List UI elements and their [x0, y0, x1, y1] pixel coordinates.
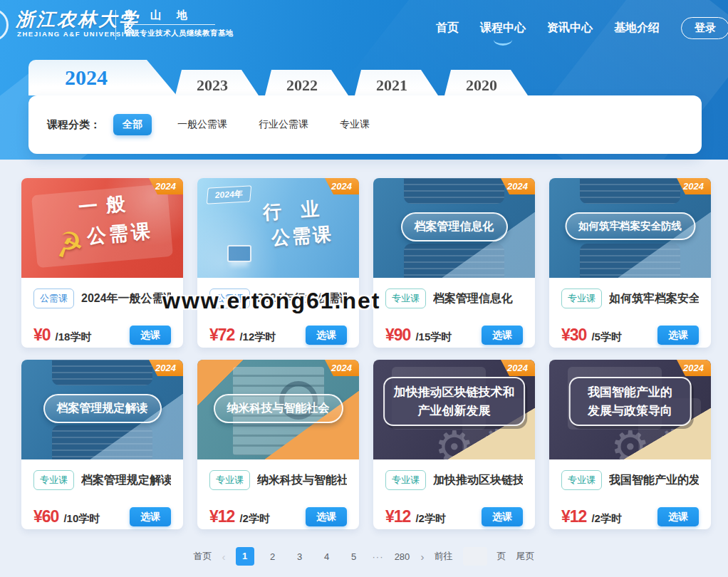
computer-icon [227, 245, 251, 262]
course-price: ¥30 [561, 326, 586, 345]
choose-course-button[interactable]: 选课 [657, 507, 699, 526]
choose-course-button[interactable]: 选课 [482, 326, 523, 345]
nav-item-news[interactable]: 资讯中心 [547, 21, 593, 36]
course-info: 专业课 纳米科技与智能社会 ¥12 /2学时 选课 [197, 459, 359, 526]
course-title: 我国智能产业的发… [609, 473, 699, 488]
filter-option-industry[interactable]: 行业公需课 [259, 118, 308, 131]
course-title: 档案管理信息化 [433, 291, 513, 306]
course-card[interactable]: 如何筑牢档案安全防线 2024 专业课 如何筑牢档案安全… ¥30 /5学时 选… [549, 178, 711, 348]
filter-option-general[interactable]: 一般公需课 [177, 118, 227, 131]
university-name-en: ZHEJIANG A&F UNIVERSITY [17, 30, 135, 38]
course-info: 专业课 档案管理信息化 ¥90 /15学时 选课 [373, 278, 535, 345]
course-card[interactable]: ⚙ ⚙ 加快推动区块链技术和 产业创新发展 2024 专业课 加快推动区块链技…… [373, 360, 535, 529]
choose-course-button[interactable]: 选课 [130, 507, 171, 526]
course-card[interactable]: 2024年 行 业 公需课 2024 公需课 2024年行业公需课 ¥72 /1… [197, 178, 359, 348]
category-tag: 公需课 [209, 288, 250, 308]
course-cover: ⚙ ⚙ 我国智能产业的 发展与政策导向 2024 [549, 360, 711, 459]
course-hours: /18学时 [56, 331, 92, 344]
course-hours: /10学时 [63, 512, 100, 526]
goto-page-input[interactable] [463, 547, 487, 566]
year-badge: 2024 [482, 360, 535, 376]
cover-title-line: 产业创新发展 [388, 402, 521, 420]
course-title: 加快推动区块链技… [433, 473, 523, 488]
prev-page-icon[interactable]: ‹ [222, 551, 226, 563]
nav-item-courses[interactable]: 课程中心 [480, 21, 526, 36]
page-number-4[interactable]: 4 [318, 551, 336, 562]
category-tag: 专业课 [561, 470, 602, 490]
cover-title-frame: 我国智能产业的 发展与政策导向 [568, 377, 692, 426]
course-price: ¥60 [33, 507, 58, 526]
cover-title-frame: 档案管理信息化 [401, 212, 508, 241]
category-tag: 专业课 [385, 470, 426, 490]
course-info: 公需课 2024年一般公需课 ¥0 /18学时 选课 [21, 278, 183, 345]
course-cover: 档案管理规定解读 2024 [21, 360, 183, 459]
course-cover: 如何筑牢档案安全防线 2024 [549, 178, 711, 278]
category-tag: 专业课 [33, 470, 74, 490]
main-nav: 首页 课程中心 资讯中心 基地介绍 登录 注册 [436, 17, 728, 39]
course-card[interactable]: 一般 公需课 ☭ 2024 公需课 2024年一般公需课 ¥0 /18学时 选课 [21, 178, 183, 348]
course-cover: 一般 公需课 ☭ 2024 [21, 178, 183, 278]
course-title: 档案管理规定解读 [81, 473, 171, 488]
goto-unit-label: 页 [497, 550, 506, 563]
course-price: ¥12 [209, 507, 234, 526]
university-seal-icon [0, 9, 9, 41]
course-info: 专业课 加快推动区块链技… ¥12 /2学时 选课 [373, 459, 535, 526]
nav-item-about[interactable]: 基地介绍 [614, 21, 660, 36]
cover-title-line: 发展与政策导向 [573, 402, 687, 420]
page-number-1[interactable]: 1 [236, 547, 254, 566]
cover-title-frame: 如何筑牢档案安全防线 [565, 212, 695, 240]
more-pages-icon[interactable]: ··· [373, 551, 384, 562]
cover-title-line: 行 业 [262, 196, 327, 225]
cover-title-line: 加快推动区块链技术和 [388, 383, 521, 402]
course-info: 公需课 2024年行业公需课 ¥72 /12学时 选课 [197, 278, 359, 345]
choose-course-button[interactable]: 选课 [306, 507, 347, 526]
nav-item-home[interactable]: 首页 [436, 21, 459, 36]
choose-course-button[interactable]: 选课 [657, 326, 699, 345]
course-card[interactable]: 纳米科技与智能社会 2024 专业课 纳米科技与智能社会 ¥12 /2学时 选课 [197, 360, 359, 529]
course-hours: /15学时 [415, 331, 452, 344]
base-name: 省级专业技术人员继续教育基地 [124, 28, 234, 38]
course-info: 专业课 我国智能产业的发… ¥12 /2学时 选课 [549, 459, 711, 526]
page-number-5[interactable]: 5 [345, 551, 363, 562]
cover-title-frame: 档案管理规定解读 [43, 394, 162, 423]
course-card[interactable]: ⚙ ⚙ 我国智能产业的 发展与政策导向 2024 专业课 我国智能产业的发… ¥… [549, 360, 711, 529]
pagination: 首页 ‹ 1 2 3 4 5 ··· 280 › 前往 页 尾页 [0, 547, 728, 566]
course-hours: /2学时 [591, 512, 622, 526]
course-hours: /2学时 [239, 512, 270, 526]
region-divider [124, 24, 215, 25]
course-price: ¥72 [209, 326, 234, 345]
page-number-2[interactable]: 2 [264, 551, 281, 562]
course-card[interactable]: 档案管理规定解读 2024 专业课 档案管理规定解读 ¥60 /10学时 选课 [21, 360, 183, 529]
year-badge: 2024 [306, 178, 359, 194]
choose-course-button[interactable]: 选课 [306, 326, 347, 345]
choose-course-button[interactable]: 选课 [130, 326, 171, 345]
course-price: ¥12 [385, 507, 410, 526]
course-card[interactable]: 档案管理信息化 2024 专业课 档案管理信息化 ¥90 /15学时 选课 [373, 178, 535, 348]
filter-label: 课程分类： [47, 118, 100, 132]
cover-year-chip: 2024年 [207, 185, 251, 204]
course-hours: /2学时 [415, 512, 446, 526]
login-button[interactable]: 登录 [681, 17, 728, 39]
course-hours: /5学时 [591, 331, 622, 344]
cover-title-line: 一般 [78, 190, 135, 221]
course-cover: 档案管理信息化 2024 [373, 178, 535, 278]
page: 浙江农林大学 ZHEJIANG A&F UNIVERSITY 舟山地区 省级专业… [0, 0, 728, 577]
first-page-button[interactable]: 首页 [194, 550, 212, 563]
course-cover: 2024年 行 业 公需课 2024 [197, 178, 359, 278]
course-cover: ⚙ ⚙ 加快推动区块链技术和 产业创新发展 2024 [373, 360, 535, 459]
year-badge: 2024 [658, 360, 711, 376]
university-name-cn: 浙江农林大学 [16, 7, 140, 32]
next-page-icon[interactable]: › [421, 551, 425, 563]
page-number-3[interactable]: 3 [291, 551, 308, 562]
last-page-button[interactable]: 尾页 [516, 550, 535, 563]
course-info: 专业课 档案管理规定解读 ¥60 /10学时 选课 [21, 459, 183, 526]
course-price: ¥12 [561, 507, 586, 526]
filter-option-all[interactable]: 全部 [113, 114, 152, 135]
filter-option-professional[interactable]: 专业课 [340, 118, 370, 131]
choose-course-button[interactable]: 选课 [482, 507, 523, 526]
category-tag: 专业课 [561, 288, 602, 308]
goto-label: 前往 [435, 550, 453, 563]
category-tag: 专业课 [385, 288, 426, 308]
logo-divider [115, 10, 116, 40]
page-number-280[interactable]: 280 [394, 551, 411, 562]
